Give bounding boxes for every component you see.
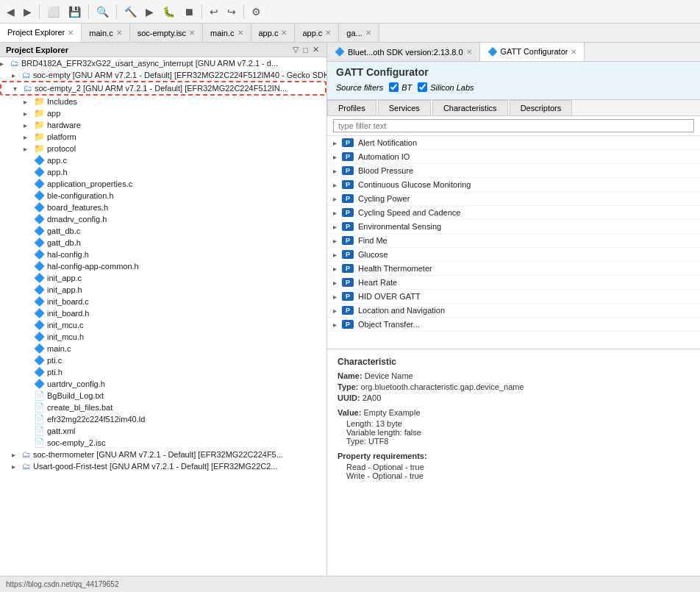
- tree-item-soc-empty2-project[interactable]: ▾🗂soc-empty_2 [GNU ARM v7.2.1 - Default]…: [0, 81, 326, 96]
- bt-checkbox[interactable]: [389, 82, 399, 92]
- profile-item-8[interactable]: ▸ P Glucose: [327, 248, 700, 262]
- tab-project-explorer-close[interactable]: ✕: [68, 29, 74, 37]
- tab-project-explorer[interactable]: Project Explorer ✕: [0, 24, 82, 42]
- tree-item-soc-empty-project[interactable]: ▸🗂soc-empty [GNU ARM v7.2.1 - Default] […: [0, 69, 326, 81]
- tab-app-c-2-close[interactable]: ✕: [325, 29, 331, 37]
- tree-arrow-soc-empty2-project[interactable]: ▾: [13, 85, 24, 93]
- back-btn[interactable]: ◀: [4, 4, 18, 19]
- profile-item-4[interactable]: ▸ P Cycling Power: [327, 192, 700, 206]
- tab-main-c-2[interactable]: main.c ✕: [203, 24, 251, 42]
- tab-soc-empty-isc-close[interactable]: ✕: [189, 29, 195, 37]
- save-btn[interactable]: 💾: [65, 4, 84, 19]
- profile-item-1[interactable]: ▸ P Automation IO: [327, 150, 700, 164]
- tree-item-hardware[interactable]: ▸📁hardware: [0, 119, 326, 131]
- tree-item-soc-thermometer-project[interactable]: ▸🗂soc-thermometer [GNU ARM v7.2.1 - Defa…: [0, 449, 326, 460]
- fwd-btn[interactable]: ▶: [21, 4, 35, 19]
- tree-item-init-app-h[interactable]: 🔷init_app.h: [0, 284, 326, 296]
- tree-arrow-app[interactable]: ▸: [24, 110, 34, 118]
- tree-arrow-usart-good-project[interactable]: ▸: [12, 463, 22, 471]
- gatt-tab-profiles[interactable]: Profiles: [327, 100, 376, 115]
- tree-item-includes[interactable]: ▸📁Includes: [0, 96, 326, 107]
- tree-item-app-c[interactable]: 🔷app.c: [0, 154, 326, 166]
- tree-arrow-brd-project[interactable]: ▸: [0, 60, 10, 68]
- tab-main-c[interactable]: main.c ✕: [82, 24, 129, 42]
- prefs-btn[interactable]: ⚙: [249, 4, 264, 19]
- silicon-labs-checkbox[interactable]: [418, 82, 427, 92]
- tree-item-init-board-h[interactable]: 🔷init_board.h: [0, 307, 326, 319]
- tree-item-main-c[interactable]: 🔷main.c: [0, 343, 326, 354]
- tree-item-uartdrv-config[interactable]: 🔷uartdrv_config.h: [0, 378, 326, 390]
- run-btn[interactable]: ▶: [143, 4, 157, 19]
- tree-arrow-protocol[interactable]: ▸: [24, 145, 34, 153]
- tree-item-init-mcu-c[interactable]: 🔷init_mcu.c: [0, 319, 326, 331]
- tree-item-app-h[interactable]: 🔷app.h: [0, 166, 326, 178]
- tree-item-usart-good-project[interactable]: ▸🗂Usart-good-Frist-test [GNU ARM v7.2.1 …: [0, 460, 326, 472]
- tab-soc-empty-isc[interactable]: soc-empty.isc ✕: [130, 24, 203, 42]
- profile-item-6[interactable]: ▸ P Environmental Sensing: [327, 220, 700, 234]
- tab-main-c-2-close[interactable]: ✕: [238, 29, 243, 37]
- tree-item-gatt-db-c[interactable]: 🔷gatt_db.c: [0, 225, 326, 237]
- right-tab-bluetooth[interactable]: 🔷 Bluet...oth SDK version:2.13.8.0 ✕: [327, 43, 480, 61]
- tree-item-init-mcu-h[interactable]: 🔷init_mcu.h: [0, 331, 326, 343]
- tree-item-application-properties[interactable]: 🔷application_properties.c: [0, 178, 326, 190]
- debug-btn[interactable]: 🐛: [160, 4, 178, 19]
- profile-item-10[interactable]: ▸ P Heart Rate: [327, 276, 700, 290]
- profile-item-2[interactable]: ▸ P Blood Pressure: [327, 164, 700, 178]
- silicon-labs-checkbox-group[interactable]: Silicon Labs: [418, 82, 474, 92]
- tree-item-platform[interactable]: ▸📁platform: [0, 131, 326, 143]
- gatt-tab-characteristics[interactable]: Characteristics: [432, 100, 508, 115]
- tree-item-soc-empty-2-isc[interactable]: 📄soc-empty_2.isc: [0, 437, 326, 449]
- panel-close-btn[interactable]: ✕: [311, 45, 321, 54]
- tree-item-board-features[interactable]: 🔷board_features.h: [0, 202, 326, 213]
- tab-main-c-close[interactable]: ✕: [116, 29, 122, 37]
- panel-minimize-btn[interactable]: ▽: [291, 45, 300, 54]
- gatt-tab-services[interactable]: Services: [378, 100, 431, 115]
- search-btn[interactable]: 🔍: [93, 4, 112, 19]
- tree-item-efr32mg22[interactable]: 📄efr32mg22c224f512im40.ld: [0, 413, 326, 425]
- tree-item-protocol[interactable]: ▸📁protocol: [0, 143, 326, 154]
- tree-item-pti-c[interactable]: 🔷pti.c: [0, 354, 326, 366]
- tree-item-brd-project[interactable]: ▸🗂BRD4182A_EFR32xG22_usart_async_interru…: [0, 57, 326, 69]
- redo-btn[interactable]: ↪: [224, 4, 239, 19]
- tree-arrow-soc-empty-project[interactable]: ▸: [12, 71, 22, 79]
- tree-item-pti-h[interactable]: 🔷pti.h: [0, 366, 326, 378]
- tree-item-hal-config-app-common[interactable]: 🔷hal-config-app-common.h: [0, 260, 326, 272]
- gatt-tab-descriptors[interactable]: Descriptors: [510, 100, 573, 115]
- filter-input[interactable]: [333, 119, 694, 132]
- tab-app-c-close[interactable]: ✕: [281, 29, 287, 37]
- tab-app-c[interactable]: app.c ✕: [251, 24, 296, 42]
- tree-item-ble-configuration[interactable]: 🔷ble-configuration.h: [0, 190, 326, 202]
- profile-item-3[interactable]: ▸ P Continuous Glucose Monitoring: [327, 178, 700, 192]
- profile-item-7[interactable]: ▸ P Find Me: [327, 234, 700, 248]
- profile-item-0[interactable]: ▸ P Alert Notification: [327, 136, 700, 150]
- tree-item-hal-config[interactable]: 🔷hal-config.h: [0, 249, 326, 260]
- profile-item-12[interactable]: ▸ P Location and Navigation: [327, 304, 700, 318]
- tree-item-init-app-c[interactable]: 🔷init_app.c: [0, 272, 326, 284]
- tree-item-bgbuild-log[interactable]: 📄BgBuild_Log.txt: [0, 390, 326, 402]
- build-btn[interactable]: 🔨: [121, 4, 140, 19]
- panel-maximize-btn[interactable]: □: [301, 45, 310, 54]
- tree-arrow-hardware[interactable]: ▸: [24, 121, 34, 129]
- profile-item-9[interactable]: ▸ P Health Thermometer: [327, 262, 700, 276]
- tree-item-dmadrv-config[interactable]: 🔷dmadrv_config.h: [0, 213, 326, 225]
- tree-item-create-bl-files[interactable]: 📄create_bl_files.bat: [0, 402, 326, 413]
- tab-app-c-2[interactable]: app.c ✕: [295, 24, 339, 42]
- bt-checkbox-group[interactable]: BT: [389, 82, 412, 92]
- tree-item-gatt-xml[interactable]: 📄gatt.xml: [0, 425, 326, 437]
- tree-arrow-platform[interactable]: ▸: [24, 133, 34, 141]
- right-tab-gatt[interactable]: 🔷 GATT Configurator ✕: [480, 43, 585, 61]
- right-tab-gatt-close[interactable]: ✕: [571, 48, 576, 56]
- profile-item-13[interactable]: ▸ P Object Transfer...: [327, 318, 700, 332]
- tree-item-app[interactable]: ▸📁app: [0, 107, 326, 119]
- tree-item-gatt-db-h[interactable]: 🔷gatt_db.h: [0, 237, 326, 249]
- tree-arrow-soc-thermometer-project[interactable]: ▸: [12, 451, 22, 459]
- new-btn[interactable]: ⬜: [44, 4, 63, 19]
- tab-ga[interactable]: ga... ✕: [339, 24, 379, 42]
- stop-btn[interactable]: ⏹: [181, 4, 197, 19]
- tree-arrow-includes[interactable]: ▸: [24, 98, 34, 106]
- profile-item-11[interactable]: ▸ P HID OVER GATT: [327, 290, 700, 304]
- right-tab-bluetooth-close[interactable]: ✕: [466, 48, 472, 56]
- profile-item-5[interactable]: ▸ P Cycling Speed and Cadence: [327, 206, 700, 220]
- tab-ga-close[interactable]: ✕: [365, 29, 371, 37]
- undo-btn[interactable]: ↩: [207, 4, 221, 19]
